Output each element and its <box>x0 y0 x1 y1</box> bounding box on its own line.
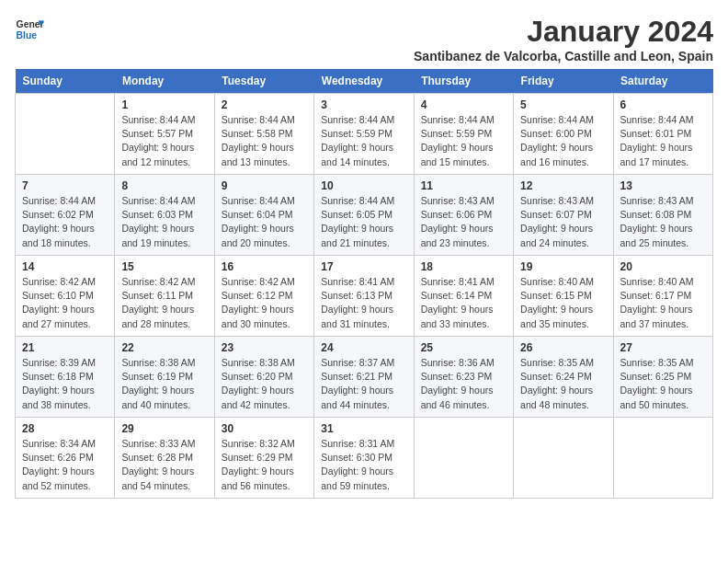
location-subtitle: Santibanez de Valcorba, Castille and Leo… <box>414 49 713 63</box>
day-info: Sunrise: 8:44 AM Sunset: 5:57 PM Dayligh… <box>121 113 207 169</box>
calendar-body: 1Sunrise: 8:44 AM Sunset: 5:57 PM Daylig… <box>16 94 713 499</box>
day-info: Sunrise: 8:44 AM Sunset: 6:03 PM Dayligh… <box>121 194 207 250</box>
day-info: Sunrise: 8:32 AM Sunset: 6:29 PM Dayligh… <box>222 437 307 493</box>
day-info: Sunrise: 8:44 AM Sunset: 6:01 PM Dayligh… <box>620 113 706 169</box>
day-number: 20 <box>620 260 706 273</box>
day-number: 15 <box>121 260 207 273</box>
calendar-cell <box>16 94 115 175</box>
calendar-cell: 11Sunrise: 8:43 AM Sunset: 6:06 PM Dayli… <box>414 175 513 256</box>
week-row-4: 21Sunrise: 8:39 AM Sunset: 6:18 PM Dayli… <box>16 337 713 418</box>
calendar-cell: 12Sunrise: 8:43 AM Sunset: 6:07 PM Dayli… <box>514 175 613 256</box>
calendar-cell: 3Sunrise: 8:44 AM Sunset: 5:59 PM Daylig… <box>314 94 414 175</box>
day-number: 27 <box>620 341 706 354</box>
day-number: 4 <box>421 98 506 111</box>
day-number: 14 <box>22 260 108 273</box>
calendar-cell: 24Sunrise: 8:37 AM Sunset: 6:21 PM Dayli… <box>314 337 414 418</box>
day-info: Sunrise: 8:36 AM Sunset: 6:23 PM Dayligh… <box>421 356 506 412</box>
week-row-3: 14Sunrise: 8:42 AM Sunset: 6:10 PM Dayli… <box>16 256 713 337</box>
day-info: Sunrise: 8:40 AM Sunset: 6:17 PM Dayligh… <box>620 275 706 331</box>
day-info: Sunrise: 8:37 AM Sunset: 6:21 PM Dayligh… <box>321 356 406 412</box>
day-info: Sunrise: 8:41 AM Sunset: 6:14 PM Dayligh… <box>421 275 506 331</box>
day-header-thursday: Thursday <box>414 69 513 94</box>
calendar-cell: 17Sunrise: 8:41 AM Sunset: 6:13 PM Dayli… <box>314 256 414 337</box>
day-number: 5 <box>520 98 606 111</box>
day-info: Sunrise: 8:40 AM Sunset: 6:15 PM Dayligh… <box>520 275 606 331</box>
day-header-sunday: Sunday <box>16 69 115 94</box>
day-number: 2 <box>222 98 307 111</box>
day-number: 7 <box>22 179 108 192</box>
calendar-cell: 15Sunrise: 8:42 AM Sunset: 6:11 PM Dayli… <box>115 256 214 337</box>
day-number: 23 <box>222 341 307 354</box>
day-number: 13 <box>620 179 706 192</box>
day-number: 21 <box>22 341 108 354</box>
day-info: Sunrise: 8:44 AM Sunset: 5:59 PM Dayligh… <box>421 113 506 169</box>
day-info: Sunrise: 8:42 AM Sunset: 6:11 PM Dayligh… <box>121 275 207 331</box>
calendar-cell: 21Sunrise: 8:39 AM Sunset: 6:18 PM Dayli… <box>16 337 115 418</box>
day-number: 1 <box>121 98 207 111</box>
calendar-cell: 9Sunrise: 8:44 AM Sunset: 6:04 PM Daylig… <box>214 175 313 256</box>
title-area: January 2024 Santibanez de Valcorba, Cas… <box>414 15 713 63</box>
day-number: 17 <box>321 260 406 273</box>
day-header-friday: Friday <box>514 69 613 94</box>
day-number: 31 <box>321 422 406 435</box>
calendar-cell: 18Sunrise: 8:41 AM Sunset: 6:14 PM Dayli… <box>414 256 513 337</box>
calendar-header-row: SundayMondayTuesdayWednesdayThursdayFrid… <box>16 69 713 94</box>
calendar-cell <box>514 418 613 499</box>
day-info: Sunrise: 8:43 AM Sunset: 6:08 PM Dayligh… <box>620 194 706 250</box>
calendar-cell <box>414 418 513 499</box>
day-info: Sunrise: 8:42 AM Sunset: 6:12 PM Dayligh… <box>222 275 307 331</box>
calendar-cell: 8Sunrise: 8:44 AM Sunset: 6:03 PM Daylig… <box>115 175 214 256</box>
calendar-cell: 14Sunrise: 8:42 AM Sunset: 6:10 PM Dayli… <box>16 256 115 337</box>
calendar-cell: 20Sunrise: 8:40 AM Sunset: 6:17 PM Dayli… <box>613 256 712 337</box>
calendar-table: SundayMondayTuesdayWednesdayThursdayFrid… <box>15 69 713 499</box>
day-info: Sunrise: 8:44 AM Sunset: 5:58 PM Dayligh… <box>222 113 307 169</box>
calendar-cell: 6Sunrise: 8:44 AM Sunset: 6:01 PM Daylig… <box>613 94 712 175</box>
calendar-cell: 19Sunrise: 8:40 AM Sunset: 6:15 PM Dayli… <box>514 256 613 337</box>
day-info: Sunrise: 8:34 AM Sunset: 6:26 PM Dayligh… <box>22 437 108 493</box>
day-info: Sunrise: 8:31 AM Sunset: 6:30 PM Dayligh… <box>321 437 406 493</box>
calendar-cell: 7Sunrise: 8:44 AM Sunset: 6:02 PM Daylig… <box>16 175 115 256</box>
svg-text:Blue: Blue <box>17 30 38 40</box>
day-info: Sunrise: 8:41 AM Sunset: 6:13 PM Dayligh… <box>321 275 406 331</box>
day-info: Sunrise: 8:42 AM Sunset: 6:10 PM Dayligh… <box>22 275 108 331</box>
day-info: Sunrise: 8:44 AM Sunset: 6:04 PM Dayligh… <box>222 194 307 250</box>
calendar-cell: 28Sunrise: 8:34 AM Sunset: 6:26 PM Dayli… <box>16 418 115 499</box>
calendar-cell: 25Sunrise: 8:36 AM Sunset: 6:23 PM Dayli… <box>414 337 513 418</box>
day-number: 10 <box>321 179 406 192</box>
day-number: 11 <box>421 179 506 192</box>
day-info: Sunrise: 8:38 AM Sunset: 6:19 PM Dayligh… <box>121 356 207 412</box>
day-info: Sunrise: 8:38 AM Sunset: 6:20 PM Dayligh… <box>222 356 307 412</box>
calendar-cell: 4Sunrise: 8:44 AM Sunset: 5:59 PM Daylig… <box>414 94 513 175</box>
calendar-cell: 27Sunrise: 8:35 AM Sunset: 6:25 PM Dayli… <box>613 337 712 418</box>
day-info: Sunrise: 8:43 AM Sunset: 6:06 PM Dayligh… <box>421 194 506 250</box>
day-number: 25 <box>421 341 506 354</box>
calendar-cell: 13Sunrise: 8:43 AM Sunset: 6:08 PM Dayli… <box>613 175 712 256</box>
day-info: Sunrise: 8:44 AM Sunset: 5:59 PM Dayligh… <box>321 113 406 169</box>
calendar-cell: 1Sunrise: 8:44 AM Sunset: 5:57 PM Daylig… <box>115 94 214 175</box>
week-row-2: 7Sunrise: 8:44 AM Sunset: 6:02 PM Daylig… <box>16 175 713 256</box>
week-row-5: 28Sunrise: 8:34 AM Sunset: 6:26 PM Dayli… <box>16 418 713 499</box>
day-info: Sunrise: 8:33 AM Sunset: 6:28 PM Dayligh… <box>121 437 207 493</box>
day-number: 30 <box>222 422 307 435</box>
day-number: 12 <box>520 179 606 192</box>
calendar-cell <box>613 418 712 499</box>
calendar-cell: 5Sunrise: 8:44 AM Sunset: 6:00 PM Daylig… <box>514 94 613 175</box>
day-info: Sunrise: 8:35 AM Sunset: 6:24 PM Dayligh… <box>520 356 606 412</box>
month-title: January 2024 <box>414 15 713 49</box>
day-number: 24 <box>321 341 406 354</box>
day-number: 16 <box>222 260 307 273</box>
day-info: Sunrise: 8:39 AM Sunset: 6:18 PM Dayligh… <box>22 356 108 412</box>
day-number: 28 <box>22 422 108 435</box>
day-header-saturday: Saturday <box>613 69 712 94</box>
logo: General Blue <box>15 15 44 44</box>
day-number: 8 <box>121 179 207 192</box>
day-info: Sunrise: 8:44 AM Sunset: 6:02 PM Dayligh… <box>22 194 108 250</box>
day-number: 3 <box>321 98 406 111</box>
day-info: Sunrise: 8:43 AM Sunset: 6:07 PM Dayligh… <box>520 194 606 250</box>
day-info: Sunrise: 8:44 AM Sunset: 6:05 PM Dayligh… <box>321 194 406 250</box>
calendar-cell: 29Sunrise: 8:33 AM Sunset: 6:28 PM Dayli… <box>115 418 214 499</box>
day-header-wednesday: Wednesday <box>314 69 414 94</box>
calendar-cell: 2Sunrise: 8:44 AM Sunset: 5:58 PM Daylig… <box>214 94 313 175</box>
day-number: 26 <box>520 341 606 354</box>
calendar-cell: 31Sunrise: 8:31 AM Sunset: 6:30 PM Dayli… <box>314 418 414 499</box>
